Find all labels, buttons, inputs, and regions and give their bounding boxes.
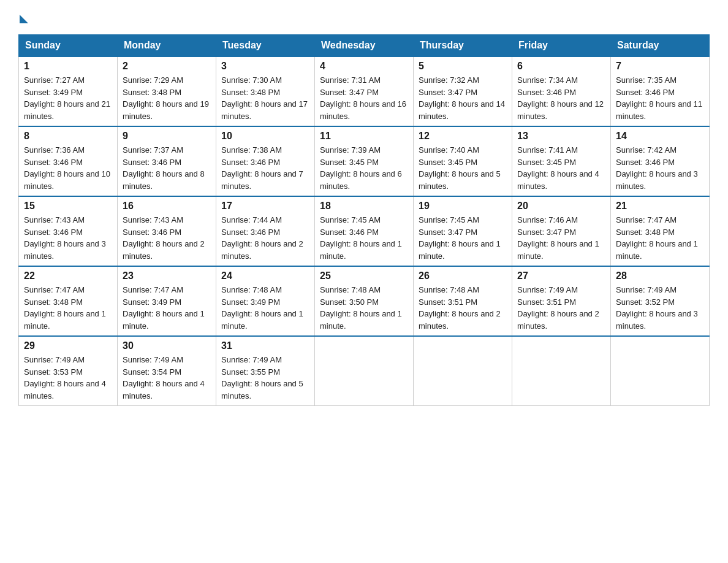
day-info: Sunrise: 7:47 AMSunset: 3:49 PMDaylight:…	[123, 285, 205, 331]
column-header-sunday: Sunday	[19, 35, 118, 57]
day-number: 19	[419, 201, 507, 212]
week-row-4: 22 Sunrise: 7:47 AMSunset: 3:48 PMDaylig…	[19, 266, 710, 336]
calendar-cell	[414, 336, 512, 406]
calendar-cell: 29 Sunrise: 7:49 AMSunset: 3:53 PMDaylig…	[19, 336, 118, 406]
day-number: 4	[320, 61, 408, 72]
day-info: Sunrise: 7:30 AMSunset: 3:48 PMDaylight:…	[221, 75, 308, 121]
day-info: Sunrise: 7:45 AMSunset: 3:46 PMDaylight:…	[320, 215, 402, 261]
calendar-cell: 31 Sunrise: 7:49 AMSunset: 3:55 PMDaylig…	[216, 336, 315, 406]
day-info: Sunrise: 7:48 AMSunset: 3:49 PMDaylight:…	[221, 285, 303, 331]
calendar-cell: 4 Sunrise: 7:31 AMSunset: 3:47 PMDayligh…	[315, 56, 414, 126]
day-number: 20	[517, 201, 605, 212]
calendar-cell: 7 Sunrise: 7:35 AMSunset: 3:46 PMDayligh…	[611, 56, 710, 126]
day-number: 22	[24, 270, 112, 282]
calendar-table: SundayMondayTuesdayWednesdayThursdayFrid…	[18, 34, 710, 406]
calendar-cell: 14 Sunrise: 7:42 AMSunset: 3:46 PMDaylig…	[611, 126, 710, 196]
calendar-cell: 12 Sunrise: 7:40 AMSunset: 3:45 PMDaylig…	[414, 126, 512, 196]
header-row: SundayMondayTuesdayWednesdayThursdayFrid…	[19, 35, 710, 57]
day-number: 21	[616, 201, 704, 212]
calendar-cell: 23 Sunrise: 7:47 AMSunset: 3:49 PMDaylig…	[118, 266, 216, 336]
day-info: Sunrise: 7:48 AMSunset: 3:50 PMDaylight:…	[320, 285, 402, 331]
day-info: Sunrise: 7:38 AMSunset: 3:46 PMDaylight:…	[221, 145, 303, 191]
day-number: 31	[221, 340, 309, 351]
calendar-cell: 21 Sunrise: 7:47 AMSunset: 3:48 PMDaylig…	[611, 196, 710, 266]
calendar-cell: 2 Sunrise: 7:29 AMSunset: 3:48 PMDayligh…	[118, 56, 216, 126]
day-number: 10	[221, 131, 309, 142]
calendar-cell: 6 Sunrise: 7:34 AMSunset: 3:46 PMDayligh…	[512, 56, 611, 126]
day-info: Sunrise: 7:43 AMSunset: 3:46 PMDaylight:…	[24, 215, 106, 261]
day-info: Sunrise: 7:44 AMSunset: 3:46 PMDaylight:…	[221, 215, 303, 261]
column-header-wednesday: Wednesday	[315, 35, 414, 57]
day-info: Sunrise: 7:29 AMSunset: 3:48 PMDaylight:…	[123, 75, 209, 121]
day-number: 16	[123, 201, 211, 212]
week-row-1: 1 Sunrise: 7:27 AMSunset: 3:49 PMDayligh…	[19, 56, 710, 126]
day-info: Sunrise: 7:41 AMSunset: 3:45 PMDaylight:…	[517, 145, 599, 191]
week-row-2: 8 Sunrise: 7:36 AMSunset: 3:46 PMDayligh…	[19, 126, 710, 196]
day-number: 8	[24, 131, 112, 142]
day-number: 18	[320, 201, 408, 212]
calendar-cell: 22 Sunrise: 7:47 AMSunset: 3:48 PMDaylig…	[19, 266, 118, 336]
calendar-cell: 17 Sunrise: 7:44 AMSunset: 3:46 PMDaylig…	[216, 196, 315, 266]
day-number: 17	[221, 201, 309, 212]
column-header-monday: Monday	[118, 35, 216, 57]
day-number: 14	[616, 131, 704, 142]
day-info: Sunrise: 7:39 AMSunset: 3:45 PMDaylight:…	[320, 145, 402, 191]
calendar-cell: 27 Sunrise: 7:49 AMSunset: 3:51 PMDaylig…	[512, 266, 611, 336]
day-number: 26	[419, 270, 507, 282]
day-info: Sunrise: 7:49 AMSunset: 3:53 PMDaylight:…	[24, 355, 106, 400]
column-header-friday: Friday	[512, 35, 611, 57]
calendar-cell: 19 Sunrise: 7:45 AMSunset: 3:47 PMDaylig…	[414, 196, 512, 266]
calendar-cell: 18 Sunrise: 7:45 AMSunset: 3:46 PMDaylig…	[315, 196, 414, 266]
day-info: Sunrise: 7:43 AMSunset: 3:46 PMDaylight:…	[123, 215, 205, 261]
day-info: Sunrise: 7:47 AMSunset: 3:48 PMDaylight:…	[616, 215, 698, 261]
day-info: Sunrise: 7:40 AMSunset: 3:45 PMDaylight:…	[419, 145, 501, 191]
calendar-cell	[611, 336, 710, 406]
column-header-tuesday: Tuesday	[216, 35, 315, 57]
day-number: 15	[24, 201, 112, 212]
column-header-saturday: Saturday	[611, 35, 710, 57]
calendar-cell: 30 Sunrise: 7:49 AMSunset: 3:54 PMDaylig…	[118, 336, 216, 406]
logo-arrow-icon	[20, 15, 28, 23]
day-info: Sunrise: 7:49 AMSunset: 3:54 PMDaylight:…	[123, 355, 205, 400]
day-info: Sunrise: 7:36 AMSunset: 3:46 PMDaylight:…	[24, 145, 110, 191]
day-info: Sunrise: 7:31 AMSunset: 3:47 PMDaylight:…	[320, 75, 406, 121]
calendar-cell: 15 Sunrise: 7:43 AMSunset: 3:46 PMDaylig…	[19, 196, 118, 266]
week-row-3: 15 Sunrise: 7:43 AMSunset: 3:46 PMDaylig…	[19, 196, 710, 266]
calendar-cell: 11 Sunrise: 7:39 AMSunset: 3:45 PMDaylig…	[315, 126, 414, 196]
calendar-cell: 16 Sunrise: 7:43 AMSunset: 3:46 PMDaylig…	[118, 196, 216, 266]
day-number: 28	[616, 270, 704, 282]
day-number: 24	[221, 270, 309, 282]
day-number: 3	[221, 61, 309, 72]
day-number: 5	[419, 61, 507, 72]
day-info: Sunrise: 7:32 AMSunset: 3:47 PMDaylight:…	[419, 75, 505, 121]
calendar-cell: 20 Sunrise: 7:46 AMSunset: 3:47 PMDaylig…	[512, 196, 611, 266]
day-info: Sunrise: 7:37 AMSunset: 3:46 PMDaylight:…	[123, 145, 205, 191]
day-number: 30	[123, 340, 211, 351]
day-number: 6	[517, 61, 605, 72]
day-number: 2	[123, 61, 211, 72]
day-info: Sunrise: 7:34 AMSunset: 3:46 PMDaylight:…	[517, 75, 604, 121]
calendar-cell: 8 Sunrise: 7:36 AMSunset: 3:46 PMDayligh…	[19, 126, 118, 196]
day-info: Sunrise: 7:46 AMSunset: 3:47 PMDaylight:…	[517, 215, 599, 261]
day-number: 13	[517, 131, 605, 142]
day-info: Sunrise: 7:45 AMSunset: 3:47 PMDaylight:…	[419, 215, 501, 261]
calendar-cell: 5 Sunrise: 7:32 AMSunset: 3:47 PMDayligh…	[414, 56, 512, 126]
day-number: 29	[24, 340, 112, 351]
calendar-cell: 3 Sunrise: 7:30 AMSunset: 3:48 PMDayligh…	[216, 56, 315, 126]
day-info: Sunrise: 7:27 AMSunset: 3:49 PMDaylight:…	[24, 75, 110, 121]
calendar-cell: 26 Sunrise: 7:48 AMSunset: 3:51 PMDaylig…	[414, 266, 512, 336]
day-info: Sunrise: 7:48 AMSunset: 3:51 PMDaylight:…	[419, 285, 501, 331]
calendar-cell	[315, 336, 414, 406]
calendar-cell: 24 Sunrise: 7:48 AMSunset: 3:49 PMDaylig…	[216, 266, 315, 336]
day-number: 7	[616, 61, 704, 72]
day-number: 12	[419, 131, 507, 142]
day-info: Sunrise: 7:47 AMSunset: 3:48 PMDaylight:…	[24, 285, 106, 331]
day-number: 1	[24, 61, 112, 72]
calendar-cell	[512, 336, 611, 406]
logo	[18, 12, 29, 23]
page-header	[18, 12, 710, 23]
calendar-cell: 25 Sunrise: 7:48 AMSunset: 3:50 PMDaylig…	[315, 266, 414, 336]
calendar-cell: 28 Sunrise: 7:49 AMSunset: 3:52 PMDaylig…	[611, 266, 710, 336]
calendar-cell: 10 Sunrise: 7:38 AMSunset: 3:46 PMDaylig…	[216, 126, 315, 196]
day-number: 9	[123, 131, 211, 142]
